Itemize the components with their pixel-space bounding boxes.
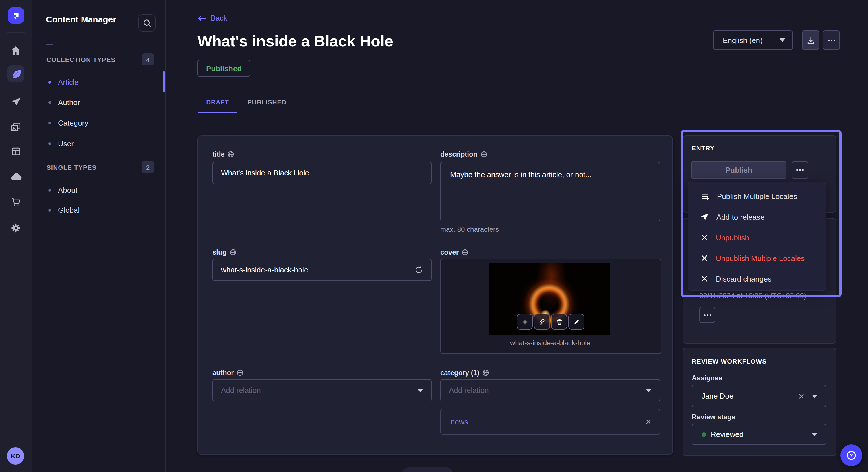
category-placeholder: Add relation — [449, 386, 489, 395]
sidebar-item-about[interactable]: About — [40, 179, 161, 200]
menu-item-unpublish[interactable]: Unpublish — [688, 227, 826, 248]
sidebar-item-label: Article — [58, 78, 79, 86]
media-library-icon[interactable] — [0, 119, 32, 135]
clear-assignee-button[interactable] — [798, 393, 805, 400]
menu-item-label: Unpublish Multiple Locales — [716, 254, 805, 262]
bullet-icon — [48, 80, 51, 83]
user-avatar[interactable]: KD — [7, 447, 24, 465]
title-input[interactable]: What's inside a Black Hole — [212, 162, 432, 184]
chevron-down-icon — [417, 389, 423, 392]
menu-item-unpublish-multiple-locales[interactable]: Unpublish Multiple Locales — [688, 248, 826, 268]
description-textarea[interactable]: Maybe the answer is in this article, or … — [440, 162, 660, 222]
entry-more-button[interactable] — [792, 161, 808, 179]
assignee-select[interactable]: Jane Doe — [692, 385, 826, 407]
tab-draft[interactable]: DRAFT — [198, 92, 237, 112]
bullet-icon — [48, 189, 51, 191]
regenerate-slug-button[interactable] — [414, 266, 423, 274]
menu-item-add-to-release[interactable]: Add to release — [688, 206, 826, 227]
menu-item-discard-changes[interactable]: Discard changes — [688, 268, 826, 289]
settings-gear-icon[interactable] — [0, 220, 32, 236]
sidebar-item-label: Author — [58, 98, 80, 106]
field-label-text: slug — [212, 248, 226, 256]
field-label-text: author — [212, 369, 234, 376]
cover-copy-link-button[interactable] — [534, 314, 550, 330]
tab-published[interactable]: PUBLISHED — [241, 92, 293, 112]
collapsed-component-peek — [402, 467, 453, 472]
cross-icon — [701, 233, 708, 241]
author-relation-select[interactable]: Add relation — [212, 379, 432, 401]
cloud-icon[interactable] — [0, 169, 32, 185]
information-more-button[interactable] — [699, 307, 715, 323]
link-icon — [538, 318, 546, 326]
strapi-logo-icon[interactable] — [8, 7, 24, 24]
chevron-down-icon — [646, 389, 652, 392]
more-icon — [706, 314, 708, 316]
help-button[interactable]: ? — [840, 444, 862, 466]
sidebar-item-category[interactable]: Category — [40, 112, 161, 133]
category-relation-select[interactable]: Add relation — [440, 379, 660, 401]
review-stage-label: Review stage — [692, 413, 735, 421]
globe-icon — [229, 248, 236, 256]
description-hint: max. 80 characters — [440, 225, 499, 233]
field-label-text: title — [212, 150, 225, 158]
publish-button[interactable]: Publish — [691, 161, 786, 179]
category-field-label: category (1) — [440, 368, 489, 377]
home-icon[interactable] — [0, 42, 32, 59]
field-label-text: description — [440, 150, 477, 158]
field-label-text: category (1) — [440, 369, 479, 376]
content-manager-subnav: Content Manager — [32, 0, 166, 472]
sidebar-item-label: Global — [58, 206, 80, 214]
chevron-down-icon — [812, 394, 817, 398]
chevron-down-icon — [812, 433, 817, 436]
cover-add-button[interactable] — [517, 314, 533, 330]
active-item-indicator — [163, 71, 165, 92]
bullet-icon — [48, 142, 51, 145]
search-button[interactable] — [138, 14, 156, 32]
sidebar-item-user[interactable]: User — [40, 133, 161, 154]
layout-icon[interactable] — [0, 143, 32, 160]
collection-types-count-badge: 4 — [142, 53, 154, 65]
plus-icon — [521, 318, 528, 326]
menu-item-label: Discard changes — [716, 274, 772, 283]
rail-divider — [7, 32, 25, 33]
back-link[interactable]: Back — [198, 14, 227, 22]
slug-field-label: slug — [212, 248, 236, 256]
sidebar-item-article[interactable]: Article — [40, 72, 161, 92]
assignee-label: Assignee — [692, 374, 722, 382]
author-placeholder: Add relation — [221, 386, 261, 395]
releases-icon[interactable] — [0, 94, 32, 110]
review-workflows-heading: REVIEW WORKFLOWS — [692, 358, 767, 365]
export-button[interactable] — [802, 30, 819, 50]
cover-delete-button[interactable] — [551, 314, 567, 330]
cover-edit-button[interactable] — [568, 314, 584, 330]
chevron-down-icon — [780, 38, 785, 42]
more-actions-button[interactable] — [823, 30, 840, 50]
entry-actions-menu: Publish Multiple Locales Add to release … — [688, 182, 826, 291]
slug-input[interactable]: what-s-inside-a-black-hole — [212, 259, 432, 281]
back-label: Back — [211, 14, 227, 22]
remove-relation-button[interactable] — [645, 419, 652, 425]
collection-types-heading: COLLECTION TYPES — [46, 56, 115, 63]
nav-rail: KD — [0, 0, 32, 472]
subnav-title: Content Manager — [46, 14, 116, 24]
paper-plane-icon — [701, 212, 709, 221]
review-stage-select[interactable]: Reviewed — [692, 424, 826, 445]
assignee-value: Jane Doe — [702, 392, 733, 400]
sidebar-item-global[interactable]: Global — [40, 200, 161, 220]
purchase-icon[interactable] — [0, 194, 32, 210]
search-icon — [143, 19, 151, 27]
sidebar-item-author[interactable]: Author — [40, 92, 161, 112]
slug-value: what-s-inside-a-black-hole — [221, 266, 308, 274]
category-relation-link[interactable]: news — [451, 417, 468, 426]
page-title: What's inside a Black Hole — [197, 33, 393, 50]
author-field-label: author — [212, 368, 244, 377]
locale-select[interactable]: English (en) — [713, 30, 793, 50]
menu-item-publish-multiple-locales[interactable]: Publish Multiple Locales — [688, 186, 826, 206]
trash-icon — [555, 318, 563, 326]
strapi-glyph-icon — [11, 10, 21, 21]
globe-icon — [462, 248, 468, 256]
locale-value: English (en) — [723, 36, 763, 44]
arrow-left-icon — [198, 14, 206, 22]
cross-icon — [701, 254, 708, 262]
content-manager-icon[interactable] — [7, 65, 24, 82]
